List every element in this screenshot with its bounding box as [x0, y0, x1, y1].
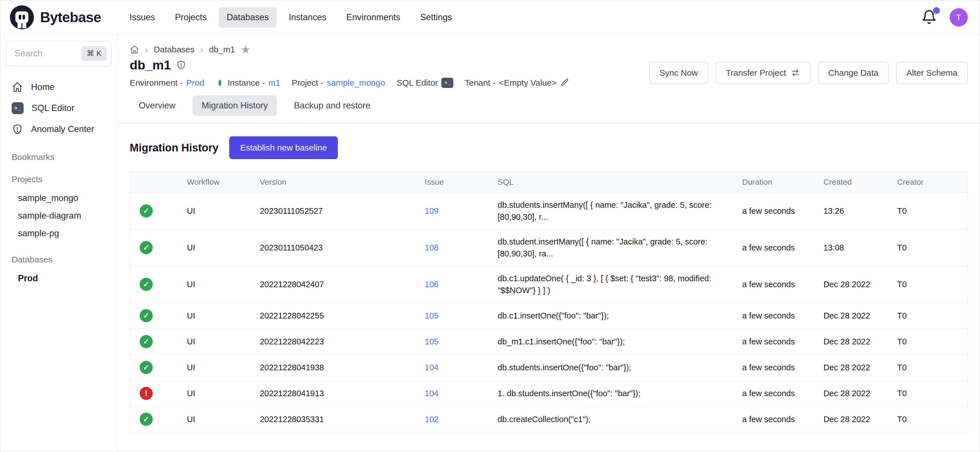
bytebase-logo[interactable]: Bytebase — [9, 4, 101, 30]
home-icon[interactable] — [130, 45, 139, 54]
table-row[interactable]: ✓ UI 20221228041938 104 db.students.inse… — [130, 355, 967, 380]
sidebar-project-sample-pg[interactable]: sample-pg — [0, 225, 118, 242]
top-nav-right: T — [921, 8, 968, 27]
table-row[interactable]: ✓ UI 20221228042223 105 db_m1.c1.insertO… — [130, 329, 967, 355]
col-creator: Creator — [897, 177, 967, 187]
top-nav: Bytebase Issues Projects Databases Insta… — [0, 0, 980, 34]
breadcrumb-databases[interactable]: Databases — [154, 45, 194, 54]
cell-duration: a few seconds — [742, 243, 824, 252]
tab-content: Migration History Establish new baseline… — [118, 123, 980, 452]
col-workflow: Workflow — [187, 177, 259, 187]
tab-backup-and-restore[interactable]: Backup and restore — [285, 95, 380, 116]
issue-link[interactable]: 108 — [425, 243, 439, 252]
issue-link[interactable]: 104 — [425, 363, 439, 372]
home-icon — [12, 81, 23, 93]
table-row[interactable]: ✓ UI 20230111052527 109 db.students.inse… — [130, 192, 967, 229]
status-icon: ✓ — [140, 361, 153, 374]
project-link[interactable]: sample_mongo — [327, 78, 385, 88]
status-icon: ✓ — [140, 204, 153, 217]
sync-now-button[interactable]: Sync Now — [649, 62, 708, 84]
change-data-button[interactable]: Change Data — [818, 62, 889, 84]
search-input[interactable] — [14, 48, 81, 59]
table-row[interactable]: ✓ UI 20230111050423 108 db.student.inser… — [130, 229, 967, 266]
sidebar-item-anomaly-center[interactable]: Anomaly Center — [0, 119, 118, 140]
meta-sql-editor: SQL Editor >_ — [396, 78, 453, 88]
nav-item-environments[interactable]: Environments — [339, 7, 408, 28]
bytebase-logo-icon — [9, 4, 35, 30]
sidebar-project-sample-diagram[interactable]: sample-diagram — [0, 207, 118, 225]
table-row[interactable]: ✓ UI 20221228042255 105 db.c1.insertOne(… — [130, 303, 967, 329]
cell-created: 13:26 — [823, 206, 897, 216]
instance-link[interactable]: m1 — [269, 78, 280, 88]
meta-tenant: Tenant - <Empty Value> — [465, 78, 569, 88]
cell-sql: db.c1.updateOne( { _id: 3 }, [ { $set: {… — [498, 272, 742, 296]
cell-sql: db.student.insertMany([ { name: "Jacika"… — [498, 236, 742, 260]
col-duration: Duration — [742, 177, 824, 187]
tab-bar: Overview Migration History Backup and re… — [118, 88, 980, 123]
table-row[interactable]: ✓ UI 20221228042407 106 db.c1.updateOne(… — [130, 266, 967, 303]
breadcrumb-db-m1[interactable]: db_m1 — [209, 45, 235, 54]
table-header-row: Workflow Version Issue SQL Duration Crea… — [130, 172, 967, 192]
status-icon: ✓ — [140, 413, 153, 426]
instance-label: Instance - — [228, 78, 265, 88]
meta-project: Project - sample_mongo — [292, 78, 385, 88]
status-icon: ✓ — [140, 309, 153, 322]
table-row[interactable]: ✓ UI 20221228035331 102 db.createCollect… — [130, 406, 967, 432]
status-icon: ✓ — [140, 241, 153, 254]
nav-item-projects[interactable]: Projects — [167, 7, 215, 28]
issue-link[interactable]: 102 — [425, 415, 439, 424]
cell-workflow: UI — [187, 389, 259, 398]
cell-version: 20230111052527 — [259, 206, 425, 216]
bookmark-star-icon[interactable]: ★ — [240, 44, 250, 55]
tab-migration-history[interactable]: Migration History — [192, 95, 277, 116]
alter-schema-button[interactable]: Alter Schema — [896, 62, 968, 84]
alter-schema-label: Alter Schema — [906, 68, 958, 78]
shield-alert-icon — [12, 123, 23, 135]
issue-link[interactable]: 104 — [425, 389, 439, 398]
notifications-button[interactable] — [921, 10, 937, 26]
issue-link[interactable]: 105 — [425, 311, 439, 320]
cell-sql: db.c1.insertOne({"foo": "bar"}); — [498, 310, 742, 322]
tab-overview[interactable]: Overview — [130, 95, 185, 116]
page-header: db_m1 Environment - Prod — [118, 55, 980, 88]
transfer-project-button[interactable]: Transfer Project — [716, 62, 810, 84]
table-row[interactable]: ! UI 20221228041913 104 1. db.students.i… — [130, 380, 967, 406]
issue-link[interactable]: 106 — [425, 280, 439, 289]
nav-item-instances[interactable]: Instances — [281, 7, 334, 28]
pencil-icon[interactable] — [560, 78, 569, 87]
nav-item-databases[interactable]: Databases — [219, 7, 277, 28]
status-icon: ! — [140, 387, 153, 400]
establish-new-baseline-button[interactable]: Establish new baseline — [229, 136, 337, 159]
nav-item-issues[interactable]: Issues — [121, 7, 163, 28]
environment-link[interactable]: Prod — [186, 78, 204, 88]
issue-link[interactable]: 109 — [425, 206, 439, 216]
project-label: Project - — [292, 78, 324, 88]
cell-creator: T0 — [897, 280, 967, 289]
user-avatar[interactable]: T — [950, 8, 968, 27]
main-area: › Databases › db_m1 ★ db_m1 — [118, 34, 980, 452]
page-title: db_m1 — [130, 58, 171, 73]
terminal-icon[interactable]: >_ — [441, 78, 453, 88]
sidebar-project-sample-mongo[interactable]: sample_mongo — [0, 189, 118, 207]
nav-item-settings[interactable]: Settings — [412, 7, 460, 28]
cell-sql: db_m1.c1.insertOne({"foo": "bar"}); — [498, 335, 742, 348]
sidebar-database-prod[interactable]: Prod — [0, 270, 118, 287]
breadcrumb-separator: › — [200, 45, 203, 55]
sidebar-menu: Home >_ SQL Editor Anomaly Center — [0, 77, 118, 140]
transfer-arrows-icon — [791, 68, 800, 78]
page-actions: Sync Now Transfer Project Change Data Al… — [649, 62, 968, 84]
sidebar-item-label: Home — [31, 82, 55, 92]
status-icon: ✓ — [140, 335, 153, 348]
meta-instance: Instance - m1 — [216, 78, 280, 88]
sync-now-label: Sync Now — [660, 68, 698, 78]
cell-workflow: UI — [187, 243, 259, 252]
tenant-value: <Empty Value> — [499, 78, 557, 88]
search-shortcut-badge: ⌘ K — [81, 46, 107, 61]
breadcrumb: › Databases › db_m1 ★ — [118, 34, 980, 55]
cell-duration: a few seconds — [742, 206, 824, 216]
tenant-label: Tenant - — [465, 78, 495, 88]
sidebar-item-sql-editor[interactable]: >_ SQL Editor — [0, 97, 118, 119]
sidebar-item-label: SQL Editor — [32, 103, 74, 113]
issue-link[interactable]: 105 — [425, 337, 439, 346]
sidebar-item-home[interactable]: Home — [0, 77, 118, 97]
